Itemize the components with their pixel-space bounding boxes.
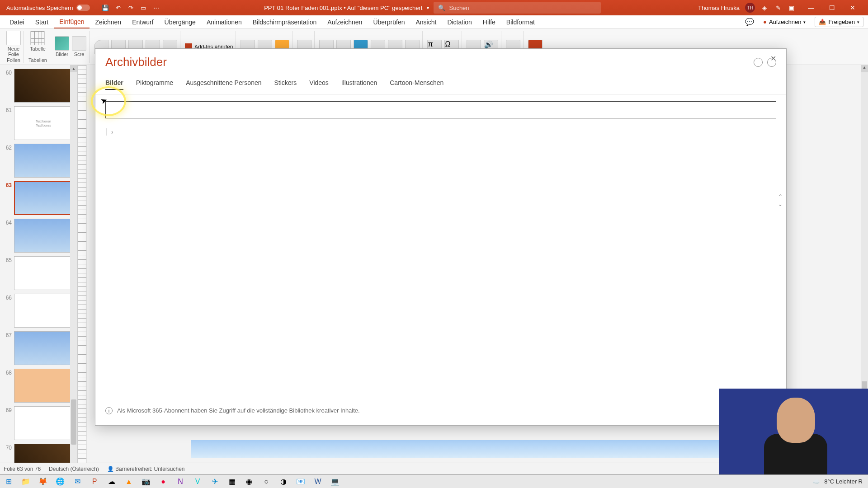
archive-tab-stickers[interactable]: Stickers <box>274 79 297 90</box>
app-icon[interactable]: 💻 <box>327 475 343 488</box>
slide-thumb[interactable]: 69 <box>0 404 77 442</box>
firefox-icon[interactable]: 🦊 <box>35 475 51 488</box>
tab-start[interactable]: Start <box>30 16 54 28</box>
app-icon[interactable]: ◉ <box>241 475 257 488</box>
app-icon[interactable]: 📷 <box>138 475 154 488</box>
presenter-video <box>719 389 868 474</box>
present-icon[interactable]: ▭ <box>139 4 147 12</box>
slide-thumb[interactable]: 68 <box>0 367 77 404</box>
scroll-up-icon[interactable]: ▲ <box>70 65 77 72</box>
privacy-icon[interactable]: ◈ <box>760 4 769 12</box>
feedback-sad-icon[interactable] <box>767 58 776 67</box>
redo-icon[interactable]: ↷ <box>127 4 135 12</box>
save-icon[interactable]: 💾 <box>101 4 109 12</box>
info-icon: i <box>105 407 113 414</box>
new-slide-icon[interactable] <box>6 31 21 45</box>
archive-tab-piktogramme[interactable]: Piktogramme <box>136 79 173 90</box>
tab-hilfe[interactable]: Hilfe <box>478 16 500 28</box>
toggle-switch[interactable] <box>76 5 90 11</box>
more-icon[interactable]: ⋯ <box>152 4 160 12</box>
vertical-ruler <box>78 65 87 474</box>
start-button[interactable]: ⊞ <box>1 475 16 488</box>
tab-zeichnen[interactable]: Zeichnen <box>90 16 127 28</box>
titlebar: Automatisches Speichern 💾 ↶ ↷ ▭ ⋯ PPT 01… <box>0 0 868 15</box>
system-tray[interactable]: ☁️ 8°C Leichter R <box>812 478 867 485</box>
archive-tab-cartoon[interactable]: Cartoon-Menschen <box>390 79 443 90</box>
pen-icon[interactable]: ✎ <box>774 4 782 12</box>
tab-animationen[interactable]: Animationen <box>202 16 247 28</box>
tab-datei[interactable]: Datei <box>5 16 29 28</box>
share-button[interactable]: 📤Freigeben▾ <box>815 17 863 27</box>
thumbnails-panel: 60 61Text boxenText boxes 62 63 64 65 66… <box>0 65 78 474</box>
minimize-button[interactable]: — <box>801 1 821 14</box>
explorer-icon[interactable]: 📁 <box>18 475 33 488</box>
pictures-icon[interactable] <box>55 36 69 51</box>
outlook-icon[interactable]: ✉ <box>70 475 85 488</box>
ribbon-tabs: Datei Start Einfügen Zeichnen Entwurf Üb… <box>0 15 868 29</box>
autosave-label: Automatisches Speichern <box>6 5 73 11</box>
tab-ueberpruefen[interactable]: Überprüfen <box>368 16 410 28</box>
scroll-down-icon[interactable]: ⌄ <box>778 201 783 207</box>
slide-thumb[interactable]: 67 <box>0 329 77 367</box>
slide-thumb[interactable]: 62 <box>0 142 77 179</box>
tab-uebergaenge[interactable]: Übergänge <box>160 16 201 28</box>
tab-bildformat[interactable]: Bildformat <box>501 16 540 28</box>
archive-dialog: ✕ Archivbilder Bilder Piktogramme Ausges… <box>95 48 787 426</box>
slide-thumb[interactable]: 61Text boxenText boxes <box>0 104 77 142</box>
app-icon[interactable]: ◑ <box>276 475 291 488</box>
powerpoint-icon[interactable]: P <box>87 475 102 488</box>
app-icon[interactable]: ○ <box>259 475 274 488</box>
autosave-toggle[interactable]: Automatisches Speichern <box>2 5 94 11</box>
slide-counter[interactable]: Folie 63 von 76 <box>4 466 41 472</box>
archive-tab-personen[interactable]: Ausgeschnittene Personen <box>186 79 261 90</box>
tab-ansicht[interactable]: Ansicht <box>410 16 441 28</box>
footer-text: Als Microsoft 365-Abonnent haben Sie Zug… <box>117 407 360 414</box>
archive-tab-bilder[interactable]: Bilder <box>105 79 123 90</box>
undo-icon[interactable]: ↶ <box>114 4 122 12</box>
slide-thumb[interactable]: 65 <box>0 254 77 292</box>
close-button[interactable]: ✕ <box>843 1 863 14</box>
app-icon[interactable]: ● <box>156 475 171 488</box>
slide-thumb[interactable]: 60 <box>0 67 77 104</box>
accessibility-status[interactable]: 👤 Barrierefreiheit: Untersuchen <box>107 466 185 472</box>
tab-aufzeichnen[interactable]: Aufzeichnen <box>322 16 367 28</box>
user-avatar[interactable]: TH <box>745 3 755 13</box>
thumb-scrollbar[interactable]: ▲ ▼ <box>70 65 77 474</box>
slide-thumb[interactable]: 64 <box>0 217 77 254</box>
language-status[interactable]: Deutsch (Österreich) <box>49 466 99 472</box>
scroll-thumb[interactable] <box>71 399 76 445</box>
scroll-up-icon[interactable]: ▲ <box>861 65 868 72</box>
app-icon[interactable]: ☁ <box>104 475 119 488</box>
telegram-icon[interactable]: ✈ <box>207 475 222 488</box>
tab-dictation[interactable]: Dictation <box>442 16 476 28</box>
feedback-happy-icon[interactable] <box>754 58 763 67</box>
screenshot-icon[interactable] <box>72 36 86 51</box>
vlc-icon[interactable]: ▲ <box>121 475 137 488</box>
word-icon[interactable]: W <box>310 475 326 488</box>
slide-thumb-selected[interactable]: 63 <box>0 179 77 217</box>
chrome-icon[interactable]: 🌐 <box>52 475 68 488</box>
archive-tab-illustrationen[interactable]: Illustrationen <box>341 79 377 90</box>
maximize-button[interactable]: ☐ <box>822 1 842 14</box>
chevron-right-icon[interactable]: › <box>106 128 113 136</box>
record-button[interactable]: ●Aufzeichnen▾ <box>760 17 809 27</box>
app-icon[interactable]: V <box>190 475 205 488</box>
search-input[interactable] <box>449 5 596 11</box>
document-title: PPT 01 Roter Faden 001.pptx • Auf "diese… <box>264 5 422 11</box>
slide-thumb[interactable]: 66 <box>0 292 77 329</box>
app-icon[interactable]: 📧 <box>293 475 308 488</box>
table-icon[interactable] <box>30 31 45 45</box>
window-icon[interactable]: ▣ <box>788 4 796 12</box>
app-icon[interactable]: ▦ <box>224 475 240 488</box>
tab-entwurf[interactable]: Entwurf <box>127 16 158 28</box>
archive-tab-videos[interactable]: Videos <box>309 79 329 90</box>
tab-bildschirm[interactable]: Bildschirmpräsentation <box>248 16 322 28</box>
scroll-up-icon[interactable]: ⌃ <box>778 193 783 200</box>
tab-einfuegen[interactable]: Einfügen <box>54 16 89 28</box>
archive-search-input[interactable] <box>105 101 776 118</box>
onenote-icon[interactable]: N <box>173 475 188 488</box>
comments-icon[interactable]: 💬 <box>745 18 754 26</box>
search-box[interactable]: 🔍 <box>434 2 601 14</box>
dropdown-icon[interactable]: ▾ <box>427 5 429 10</box>
search-icon: 🔍 <box>438 5 445 11</box>
